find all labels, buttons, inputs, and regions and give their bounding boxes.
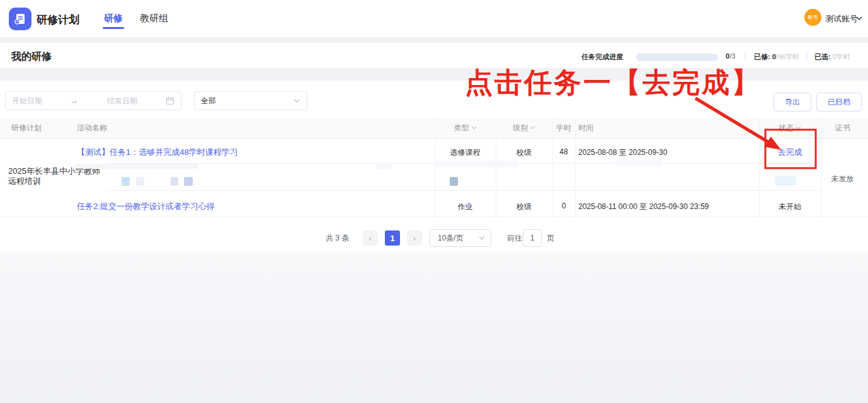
chevron-down-icon[interactable] — [855, 16, 863, 21]
task1-link[interactable]: 【测试】任务1：选够并完成48学时课程学习 — [77, 147, 238, 158]
skeleton-bar — [615, 161, 662, 166]
page-background — [0, 253, 868, 403]
app-logo-icon — [9, 8, 31, 30]
app-title: 研修计划 — [37, 13, 79, 27]
pagination-total: 共 3 条 — [326, 233, 349, 244]
chevron-left-icon: ‹ — [369, 234, 372, 243]
page-size-select[interactable]: 10条/页 — [430, 229, 491, 247]
sort-caret-icon — [471, 126, 477, 130]
account-name[interactable]: 测试账号 — [825, 13, 858, 25]
goto-page-input[interactable] — [523, 229, 542, 247]
progress-count: 0/3 — [726, 52, 735, 60]
plan-name-cell: 2025年长丰县中小学教师远程培训 — [8, 166, 104, 186]
header-plan: 研修计划 — [11, 117, 42, 139]
goto-label: 前往 — [507, 233, 522, 244]
table-bottom-border — [0, 217, 868, 217]
export-button[interactable]: 导出 — [774, 93, 811, 111]
column-divider — [821, 117, 821, 217]
date-range-picker[interactable]: 开始日期 → 结束日期 — [5, 91, 181, 110]
header-type-sort[interactable]: 类型 — [435, 117, 496, 139]
task-progress-bar — [636, 54, 718, 61]
row2-hours: 0 — [552, 202, 575, 210]
end-date-placeholder[interactable]: 结束日期 — [107, 96, 137, 106]
skeleton-block — [184, 177, 193, 186]
header-level-sort[interactable]: 级别 — [496, 117, 552, 139]
app-page: 研修计划 研修 教研组 账号 测试账号 我的研修 任务完成进度 0/3 | 已修… — [0, 0, 868, 403]
cert-status-cell: 未发放 — [821, 174, 864, 184]
chevron-right-icon: › — [413, 234, 416, 243]
selected-stat: 已选: 0学时 — [814, 52, 850, 62]
document-icon — [13, 12, 27, 26]
prev-page-button[interactable]: ‹ — [363, 230, 378, 246]
row2-type: 作业 — [435, 202, 496, 212]
row1-type: 选修课程 — [435, 147, 496, 158]
skeleton-bar — [435, 161, 519, 167]
tab-jiaoyanzu[interactable]: 教研组 — [140, 13, 168, 25]
annotation-text: 点击任务一【去完成】 — [465, 64, 761, 101]
table-header-row — [0, 117, 868, 139]
chevron-down-icon — [478, 236, 486, 241]
column-divider — [575, 117, 576, 217]
next-page-button[interactable]: › — [407, 230, 422, 246]
page-1-button[interactable]: 1 — [385, 230, 400, 246]
page-size-value: 10条/页 — [438, 233, 464, 244]
row2-time: 2025-08-11 00:00 至 2025-09-30 23:59 — [578, 202, 709, 212]
skeleton-block — [122, 177, 130, 186]
header-status-sort[interactable]: 状态 — [759, 117, 821, 139]
active-tab-underline — [103, 27, 124, 29]
task2-link[interactable]: 任务2:提交一份教学设计或者学习心得 — [77, 201, 215, 212]
archived-button[interactable]: 已归档 — [816, 93, 862, 111]
skeleton-block — [171, 177, 178, 186]
stat-divider: | — [744, 52, 746, 60]
row2-status: 未开始 — [759, 202, 821, 212]
go-complete-link[interactable]: 去完成 — [759, 147, 821, 158]
row-divider — [107, 190, 821, 191]
header-cert: 证书 — [821, 117, 864, 139]
row2-level: 校级 — [496, 202, 552, 212]
stat-divider: | — [806, 52, 808, 60]
sort-caret-icon — [530, 126, 535, 130]
skeleton-bar — [74, 164, 198, 169]
top-navbar: 研修计划 研修 教研组 账号 测试账号 — [0, 0, 868, 38]
tab-yanxiu[interactable]: 研修 — [104, 13, 123, 25]
progress-label: 任务完成进度 — [581, 52, 623, 62]
row1-time: 2025-08-08 至 2025-09-30 — [578, 147, 667, 158]
row1-hours: 48 — [552, 147, 575, 156]
skeleton-block — [450, 177, 458, 186]
type-filter-select[interactable]: 全部 — [194, 91, 307, 110]
row1-level: 校级 — [496, 147, 552, 158]
range-arrow-icon: → — [71, 96, 78, 105]
header-time: 时间 — [578, 117, 593, 139]
calendar-icon — [166, 96, 174, 105]
studied-stat: 已修: 0/96学时 — [754, 52, 799, 62]
skeleton-bar — [376, 163, 391, 169]
type-filter-value: 全部 — [201, 96, 216, 106]
avatar[interactable]: 账号 — [804, 9, 821, 26]
skeleton-block — [136, 177, 144, 186]
chevron-down-icon — [293, 98, 300, 103]
skeleton-block — [775, 176, 796, 186]
start-date-placeholder[interactable]: 开始日期 — [12, 96, 42, 106]
sort-caret-icon — [796, 126, 801, 130]
page-title: 我的研修 — [11, 50, 52, 64]
goto-suffix: 页 — [547, 233, 554, 244]
header-activity: 活动名称 — [77, 117, 107, 139]
header-hours: 学时 — [552, 117, 575, 139]
